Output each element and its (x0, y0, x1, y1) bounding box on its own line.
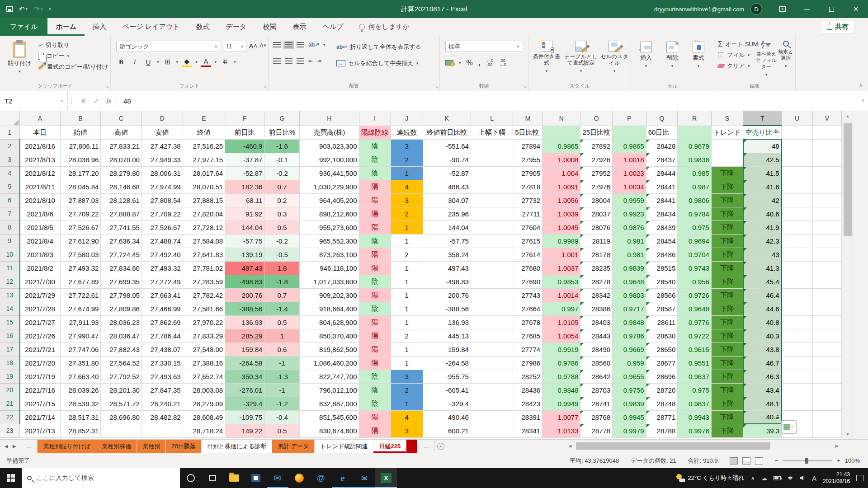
cell[interactable]: 0.959 (613, 356, 646, 370)
sheet-tab-日経225[interactable]: 日経225 (373, 440, 406, 453)
cell[interactable]: 本日 (20, 126, 61, 139)
cell[interactable]: 0.9806 (678, 193, 712, 207)
cell[interactable]: 28,240.21 (142, 397, 183, 410)
column-header-E[interactable]: E (183, 111, 225, 126)
cell[interactable]: 27,488.74 (142, 234, 183, 248)
cell[interactable]: 68.11 (225, 193, 264, 207)
cell[interactable] (471, 288, 513, 302)
cell[interactable]: 41.9 (743, 221, 782, 234)
cell[interactable]: 1 (391, 288, 423, 302)
cell[interactable]: 0.9848 (613, 315, 646, 329)
sort-filter-button[interactable]: AZ 並べ替えとフィルター▾ (756, 37, 777, 78)
cell[interactable] (782, 221, 813, 234)
taskbar-search-input[interactable]: ここに入力して検索 (22, 468, 180, 488)
cell[interactable]: 2021/8/12 (20, 166, 61, 180)
cell[interactable]: 28,279.80 (101, 166, 142, 180)
outlook-button[interactable]: ✉ (354, 468, 375, 488)
sheet-tab-トレンド統計関連[interactable]: トレンド統計関連 (315, 440, 373, 453)
sheet-tab-業種別貼り付けば[interactable]: 業種別貼り付けば (38, 440, 96, 453)
format-as-table-button[interactable]: テーブルとして書式設定▾ (564, 37, 598, 75)
cell[interactable] (812, 153, 841, 166)
cell[interactable]: 28,539.32 (60, 397, 101, 410)
column-header-N[interactable]: N (542, 111, 580, 126)
cell[interactable] (782, 397, 813, 410)
vertical-scrollbar[interactable]: ▲ ▼ (842, 111, 853, 439)
cell[interactable]: 28642 (580, 370, 613, 383)
cell[interactable] (812, 302, 841, 315)
fill-color-icon[interactable]: ◆ (182, 57, 192, 67)
cell[interactable]: 1 (391, 221, 423, 234)
row-header[interactable]: 23 (0, 424, 20, 437)
cell[interactable]: 898,212,600 (300, 207, 359, 221)
cell[interactable] (471, 139, 513, 153)
cell[interactable]: 27955 (513, 153, 542, 166)
cell[interactable]: 27732 (513, 193, 542, 207)
cell[interactable]: 陰 (359, 139, 391, 153)
cell[interactable]: -498.83 (423, 275, 471, 288)
cell[interactable]: 陽 (359, 193, 391, 207)
cell[interactable] (471, 153, 513, 166)
cell[interactable]: 200.76 (423, 288, 471, 302)
cell[interactable]: 28403 (580, 315, 613, 329)
cell[interactable]: 28611 (646, 315, 678, 329)
cell[interactable]: 27614 (513, 248, 542, 261)
increase-indent-icon[interactable]: ⇥ (317, 58, 321, 64)
cell[interactable]: 832,887,000 (300, 397, 359, 410)
comma-style-icon[interactable]: , (478, 58, 481, 67)
cell[interactable]: 2 (391, 248, 423, 261)
cell[interactable] (471, 356, 513, 370)
cell[interactable]: 2021/8/6 (20, 207, 61, 221)
sheet-tab-…[interactable]: … (20, 440, 38, 453)
cell[interactable]: 1.0054 (542, 329, 580, 343)
enter-icon[interactable]: ✓ (94, 97, 99, 105)
cell[interactable]: 27,516.25 (183, 139, 225, 153)
cell[interactable]: 936,441,500 (300, 166, 359, 180)
cell[interactable]: 28439 (646, 221, 678, 234)
cell[interactable]: 0.7 (264, 180, 300, 193)
cell[interactable]: 陽線陰線 (359, 126, 391, 139)
cell[interactable]: 27,806.11 (60, 139, 101, 153)
scroll-up-icon[interactable]: ▲ (842, 111, 853, 121)
account-email[interactable]: dryyourtearswithlove1@gmail.com (654, 6, 744, 13)
cell[interactable]: 48 (743, 139, 782, 153)
cell[interactable] (812, 139, 841, 153)
cell[interactable]: -0.1 (264, 153, 300, 166)
cell[interactable]: 27,786.44 (142, 329, 183, 343)
cell[interactable]: 27,911.93 (60, 315, 101, 329)
cell[interactable]: 40.6 (743, 207, 782, 221)
cell[interactable] (812, 248, 841, 261)
cell[interactable]: -264.58 (225, 356, 264, 370)
cell[interactable] (471, 248, 513, 261)
cell[interactable]: 0.9776 (678, 315, 712, 329)
cell[interactable]: 0.985 (678, 166, 712, 180)
cell[interactable]: 2021/8/11 (20, 180, 61, 193)
cell[interactable]: 28178 (580, 248, 613, 261)
cell[interactable]: 41.5 (743, 166, 782, 180)
row-header[interactable]: 1 (0, 126, 20, 139)
cell[interactable] (471, 234, 513, 248)
column-header-V[interactable]: V (812, 111, 841, 126)
cell[interactable]: 0.9743 (678, 261, 712, 275)
cell[interactable]: 下降 (711, 221, 743, 234)
cell[interactable]: 27,493.32 (142, 261, 183, 275)
cell[interactable]: 1 (391, 302, 423, 315)
cell[interactable]: 28,517.31 (60, 410, 101, 424)
cell[interactable]: 4 (391, 180, 423, 193)
cell[interactable]: 3 (391, 193, 423, 207)
cell[interactable] (782, 370, 813, 383)
cell[interactable]: -605.41 (423, 383, 471, 397)
cell[interactable]: 28,070.00 (101, 153, 142, 166)
vertical-scroll-thumb[interactable] (844, 123, 852, 236)
cell[interactable]: 27,283.59 (183, 275, 225, 288)
cell[interactable]: 42 (743, 193, 782, 207)
cell[interactable] (812, 343, 841, 356)
cell[interactable]: 下降 (711, 343, 743, 356)
tab-page-layout[interactable]: ページ レイアウト (114, 18, 188, 36)
row-header[interactable]: 16 (0, 329, 20, 343)
customize-qat-icon[interactable]: ▾ (49, 7, 51, 11)
cell[interactable]: 909,202,300 (300, 288, 359, 302)
sheet-tab-累計 データ[interactable]: 累計 データ (272, 440, 315, 453)
cell[interactable]: 下降 (711, 166, 743, 180)
cell[interactable]: 28434 (646, 207, 678, 221)
cell[interactable]: 28,128.61 (101, 193, 142, 207)
